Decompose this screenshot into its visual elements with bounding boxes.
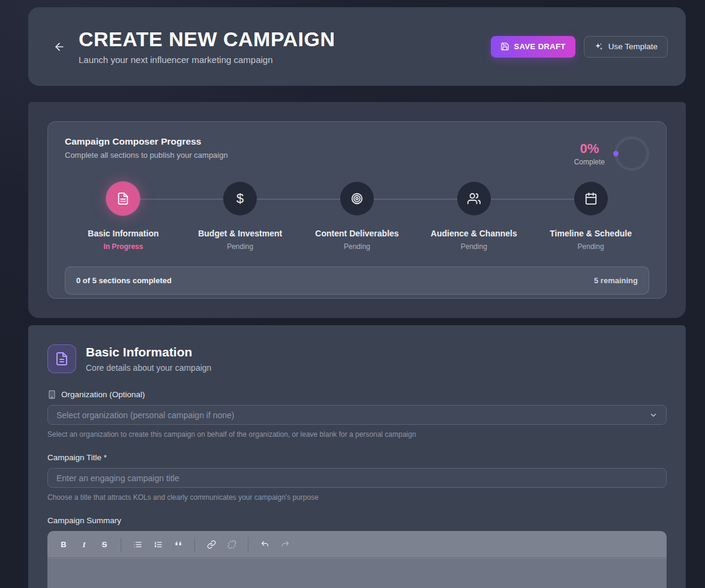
users-icon <box>467 192 481 205</box>
target-icon <box>350 192 364 205</box>
campaign-summary-label: Campaign Summary <box>47 516 667 525</box>
page-title: CREATE NEW CAMPAIGN <box>79 28 335 50</box>
step-label: Timeline & Schedule <box>550 229 632 238</box>
campaign-title-helper-text: Choose a title that attracts KOLs and cl… <box>47 493 667 502</box>
step-timeline-schedule[interactable]: Timeline & Schedule Pending <box>532 182 649 251</box>
organization-helper-text: Select an organization to create this ca… <box>47 430 667 439</box>
use-template-label: Use Template <box>608 42 658 51</box>
sections-completed-text: 0 of 5 sections completed <box>76 276 172 285</box>
progress-ring-dot <box>613 151 619 157</box>
campaign-title-label: Campaign Title * <box>47 453 667 462</box>
save-draft-label: SAVE DRAFT <box>514 42 566 51</box>
percent-caption: Complete <box>574 158 605 166</box>
undo-button[interactable] <box>256 536 274 554</box>
campaign-summary-label-text: Campaign Summary <box>47 516 121 525</box>
step-status: In Progress <box>103 242 143 251</box>
sections-summary-bar: 0 of 5 sections completed 5 remaining <box>65 266 649 295</box>
section-heading: Basic Information Core details about you… <box>86 345 211 373</box>
sparkles-icon <box>594 42 604 52</box>
step-circle <box>340 182 374 215</box>
basic-information-panel: Basic Information Core details about you… <box>28 325 686 588</box>
organization-select-placeholder: Select organization (personal campaign i… <box>56 410 235 420</box>
organization-field-group: Organization (Optional) Select organizat… <box>47 390 667 439</box>
steps-row: Basic Information In Progress $ Budget &… <box>65 182 649 251</box>
step-status: Pending <box>227 242 253 251</box>
link-button[interactable] <box>202 536 220 554</box>
progress-subtitle: Complete all sections to publish your ca… <box>65 151 228 160</box>
title-block: CREATE NEW CAMPAIGN Launch your next inf… <box>79 28 335 64</box>
page-subtitle: Launch your next influencer marketing ca… <box>79 55 335 65</box>
toolbar-separator <box>121 538 121 552</box>
step-label: Audience & Channels <box>431 229 517 238</box>
step-label: Budget & Investment <box>198 229 282 238</box>
use-template-button[interactable]: Use Template <box>584 36 668 58</box>
section-icon-tile <box>47 344 76 373</box>
chevron-down-icon <box>649 411 658 419</box>
organization-label-text: Organization (Optional) <box>61 390 145 399</box>
calendar-icon <box>584 192 598 205</box>
percent-block: 0% Complete <box>574 141 605 166</box>
strikethrough-button[interactable]: S <box>95 536 113 554</box>
create-campaign-page: CREATE NEW CAMPAIGN Launch your next inf… <box>0 0 705 588</box>
organization-label: Organization (Optional) <box>47 390 667 399</box>
campaign-title-label-text: Campaign Title * <box>47 453 107 462</box>
page-header: CREATE NEW CAMPAIGN Launch your next inf… <box>28 7 686 86</box>
step-label: Basic Information <box>88 229 158 238</box>
rich-text-editor: B I S <box>47 531 667 588</box>
bullet-list-button[interactable] <box>128 536 146 554</box>
ordered-list-button[interactable] <box>149 536 167 554</box>
step-budget-investment[interactable]: $ Budget & Investment Pending <box>182 182 299 251</box>
dollar-icon: $ <box>236 192 244 205</box>
progress-panel: Campaign Composer Progress Complete all … <box>28 102 686 318</box>
section-subtitle: Core details about your campaign <box>86 363 211 373</box>
campaign-summary-field-group: Campaign Summary B I S <box>47 516 667 588</box>
toolbar-separator <box>248 538 248 552</box>
editor-content-area[interactable] <box>47 559 667 588</box>
sections-remaining-text: 5 remaining <box>594 276 638 285</box>
save-draft-button[interactable]: SAVE DRAFT <box>491 36 575 58</box>
campaign-title-input[interactable] <box>47 468 667 488</box>
document-icon <box>116 192 130 205</box>
header-actions: SAVE DRAFT Use Template <box>491 36 668 58</box>
step-circle <box>106 182 140 215</box>
progress-title: Campaign Composer Progress <box>65 136 228 147</box>
step-circle: $ <box>223 182 257 215</box>
blockquote-button[interactable] <box>169 536 187 554</box>
organization-select[interactable]: Select organization (personal campaign i… <box>47 405 667 425</box>
campaign-title-field-group: Campaign Title * Choose a title that att… <box>47 453 667 502</box>
step-status: Pending <box>344 242 370 251</box>
progress-ring <box>614 136 649 171</box>
step-circle <box>457 182 491 215</box>
step-basic-information[interactable]: Basic Information In Progress <box>65 182 182 251</box>
percent-value: 0% <box>574 141 605 157</box>
back-button[interactable] <box>49 36 70 58</box>
italic-button[interactable]: I <box>75 536 93 554</box>
section-title: Basic Information <box>86 345 211 359</box>
building-icon <box>47 390 56 399</box>
step-audience-channels[interactable]: Audience & Channels Pending <box>415 182 532 251</box>
arrow-left-icon <box>53 41 65 53</box>
document-icon <box>55 352 69 366</box>
toolbar-separator <box>194 538 195 552</box>
save-icon <box>500 42 509 51</box>
step-label: Content Deliverables <box>315 229 398 238</box>
editor-toolbar: B I S <box>47 531 667 559</box>
unlink-button[interactable] <box>223 536 241 554</box>
step-content-deliverables[interactable]: Content Deliverables Pending <box>299 182 416 251</box>
step-circle <box>574 182 608 215</box>
step-status: Pending <box>461 242 487 251</box>
bold-button[interactable]: B <box>55 536 73 554</box>
progress-card: Campaign Composer Progress Complete all … <box>47 121 667 299</box>
progress-heading: Campaign Composer Progress Complete all … <box>65 136 228 160</box>
redo-button[interactable] <box>276 536 294 554</box>
step-status: Pending <box>578 242 604 251</box>
